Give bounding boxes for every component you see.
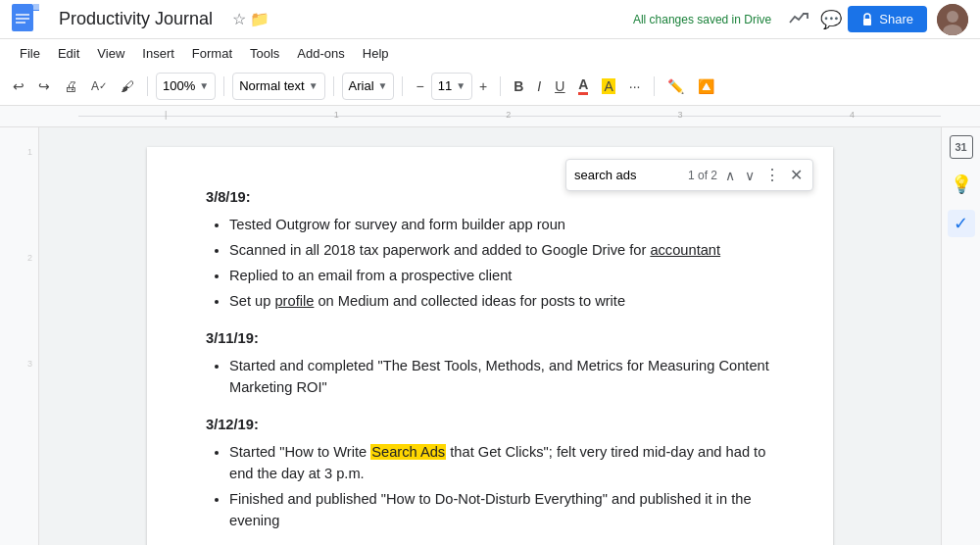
accountant-link[interactable]: accountant [650, 242, 720, 258]
divider-2 [223, 76, 224, 96]
divider-5 [500, 76, 501, 96]
zoom-dropdown[interactable]: 100% ▼ [156, 73, 216, 100]
ruler-mark-1: 1 [334, 110, 339, 120]
edit-pencil-button[interactable]: ✏️ [662, 74, 689, 98]
search-count: 1 of 2 [688, 169, 717, 182]
doc-area[interactable]: 1 of 2 ∧ ∨ ⋮ ✕ 3/8/19: Tested Outgrow fo… [39, 127, 941, 545]
ruler-mark-4: 4 [850, 110, 855, 120]
bold-button[interactable]: B [509, 74, 528, 98]
line-num-2: 2 [27, 253, 32, 263]
highlight-button[interactable]: A [597, 74, 619, 98]
search-close-button[interactable]: ✕ [788, 164, 805, 186]
svg-rect-6 [16, 22, 25, 24]
lightbulb-icon-btn[interactable]: 💡 [948, 171, 975, 198]
font-color-button[interactable]: A [573, 73, 593, 99]
more-options-button[interactable]: ··· [624, 74, 646, 98]
font-dropdown[interactable]: Arial ▼ [342, 73, 395, 100]
ruler-mark-neg1: | [165, 110, 167, 120]
section-date-2: 3/11/19: [206, 327, 774, 349]
menu-edit[interactable]: Edit [50, 44, 87, 63]
font-size-decrease[interactable]: − [411, 74, 428, 98]
menu-bar: File Edit View Insert Format Tools Add-o… [0, 39, 980, 67]
title-bar: Productivity Journal ☆ 📁 All changes sav… [0, 0, 980, 39]
search-options-button[interactable]: ⋮ [762, 164, 782, 186]
font-size-increase[interactable]: + [474, 74, 492, 98]
style-arrow: ▼ [309, 80, 318, 91]
bullet-1-1-text: Tested Outgrow for survey and form build… [229, 217, 565, 232]
spell-check-button[interactable]: A✓ [86, 75, 112, 97]
doc-icon [12, 4, 39, 35]
style-dropdown[interactable]: Normal text ▼ [232, 73, 324, 100]
bullet-1-4: Set up profile on Medium and collected i… [229, 290, 774, 312]
toolbar: ↩ ↪ 🖨 A✓ 🖌 100% ▼ Normal text ▼ Arial ▼ … [0, 67, 980, 106]
menu-view[interactable]: View [89, 44, 132, 63]
main-area: 1 2 3 1 of 2 ∧ ∨ ⋮ ✕ 3/8/19: Tested Outg… [0, 127, 980, 545]
star-icon[interactable]: ☆ [232, 10, 246, 28]
section-date-3: 3/12/19: [206, 414, 774, 435]
bullet-2-1: Started and completed "The Best Tools, M… [229, 355, 774, 398]
search-box: 1 of 2 ∧ ∨ ⋮ ✕ [565, 159, 813, 191]
bullet-3-1: Started "How to Write Search Ads that Ge… [229, 441, 774, 484]
doc-content[interactable]: 3/8/19: Tested Outgrow for survey and fo… [206, 186, 774, 545]
italic-button[interactable]: I [532, 74, 546, 98]
font-arrow: ▼ [378, 80, 388, 91]
menu-tools[interactable]: Tools [242, 44, 287, 63]
ruler-mark-3: 3 [678, 110, 683, 120]
font-size-dropdown[interactable]: 11 ▼ [431, 73, 472, 100]
line-num-3: 3 [27, 359, 32, 369]
right-sidebar: 31 💡 ✓ [941, 127, 980, 545]
menu-addons[interactable]: Add-ons [289, 44, 352, 63]
style-value: Normal text [239, 78, 304, 93]
bullet-1-1: Tested Outgrow for survey and form build… [229, 214, 774, 235]
search-prev-button[interactable]: ∧ [723, 166, 737, 185]
font-value: Arial [349, 78, 374, 93]
menu-help[interactable]: Help [355, 44, 397, 63]
calendar-date: 31 [955, 141, 966, 153]
folder-icon[interactable]: 📁 [250, 10, 270, 28]
bullet-3-2: Finished and published "How to Do-Not-Di… [229, 488, 774, 531]
comment-icon-btn[interactable]: 💬 [814, 5, 848, 34]
ruler-mark-2: 2 [506, 110, 511, 120]
calendar-icon-btn[interactable]: 31 [950, 135, 973, 159]
bullet-1-2: Scanned in all 2018 tax paperwork and ad… [229, 239, 774, 261]
line-num-1: 1 [27, 147, 32, 157]
share-label: Share [879, 12, 913, 26]
tasks-icon-btn[interactable]: ✓ [948, 210, 975, 237]
menu-insert[interactable]: Insert [134, 44, 182, 63]
expand-button[interactable]: 🔼 [693, 74, 719, 98]
trending-icon [789, 10, 808, 25]
section-2-bullets: Started and completed "The Best Tools, M… [229, 355, 774, 398]
share-button[interactable]: Share [848, 6, 927, 32]
divider-4 [402, 76, 403, 96]
svg-rect-4 [16, 14, 29, 16]
avatar[interactable] [937, 4, 968, 35]
undo-button[interactable]: ↩ [8, 74, 29, 98]
menu-file[interactable]: File [12, 44, 48, 63]
font-color-icon: A [578, 76, 588, 95]
highlight-search-ads-1: Search Ads [370, 444, 446, 460]
svg-rect-5 [16, 18, 29, 20]
highlight-icon: A [602, 78, 614, 94]
redo-button[interactable]: ↪ [33, 74, 55, 98]
doc-page[interactable]: 1 of 2 ∧ ∨ ⋮ ✕ 3/8/19: Tested Outgrow fo… [147, 147, 833, 545]
divider-1 [147, 76, 148, 96]
font-size-value: 11 [438, 78, 452, 93]
print-button[interactable]: 🖨 [59, 74, 82, 98]
font-size-arrow: ▼ [456, 80, 466, 91]
doc-title: Productivity Journal [47, 0, 224, 39]
profile-link[interactable]: profile [274, 293, 314, 309]
zoom-arrow: ▼ [199, 80, 209, 91]
paint-format-button[interactable]: 🖌 [116, 74, 139, 98]
ruler: | 1 2 3 4 [0, 106, 980, 127]
avatar-image [937, 4, 968, 35]
svg-rect-2 [33, 10, 39, 11]
left-gutter: 1 2 3 [0, 127, 39, 545]
search-input[interactable] [574, 168, 682, 182]
tasks-icon: ✓ [954, 213, 968, 234]
divider-3 [333, 76, 334, 96]
menu-format[interactable]: Format [184, 44, 240, 63]
search-next-button[interactable]: ∨ [743, 166, 757, 185]
svg-rect-7 [863, 19, 871, 25]
underline-button[interactable]: U [550, 74, 569, 98]
trending-icon-btn[interactable] [783, 6, 814, 33]
